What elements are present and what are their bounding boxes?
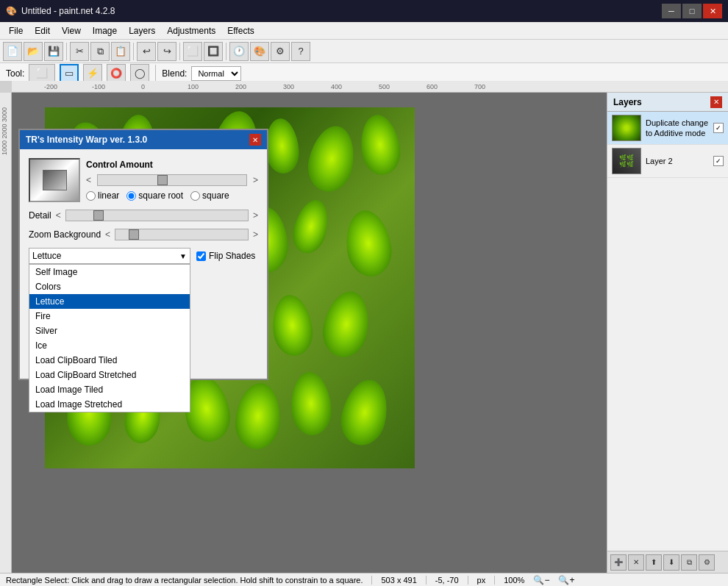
dropdown-opt-load-clipboard-stretched[interactable]: Load ClipBoard Stretched [29,368,190,382]
ruler-mark: 0 [141,83,145,90]
leaf-decoration [341,207,395,279]
radio-square-input[interactable] [190,191,200,201]
statusbar: Rectangle Select: Click and drag to draw… [0,573,728,586]
layer-1-checkbox[interactable]: ✓ [713,123,724,133]
control-amount-thumb[interactable] [157,175,168,185]
dialog-body: Control Amount < > linear square ro [20,149,267,379]
dropdown-opt-ice[interactable]: Ice [29,338,190,353]
status-coords: -5, -70 [435,576,459,585]
layer-item-1[interactable]: Duplicate change to Additive mode ✓ [607,112,728,145]
dropdown-opt-load-image-stretched[interactable]: Load Image Stretched [29,397,190,412]
radio-linear-input[interactable] [86,191,96,201]
copy-button[interactable]: ⧉ [90,42,110,61]
layers-down-button[interactable]: ⬇ [663,554,679,571]
leaf-decoration [288,196,334,257]
status-sep1 [371,576,372,585]
layer-2-checkbox[interactable]: ✓ [713,156,724,166]
layer-item-2[interactable]: 🌿🌿🌿🌿 Layer 2 ✓ [607,145,728,178]
app-icon: 🎨 [6,6,17,16]
leaf-decoration [303,122,360,196]
maximize-button[interactable]: □ [682,4,702,18]
color-button[interactable]: 🎨 [250,42,269,61]
warp-mode-radio-group: linear square root square [86,190,258,201]
magic-wand-tool[interactable]: ⚡ [83,64,102,83]
detail-thumb[interactable] [93,210,104,221]
dropdown-opt-fire[interactable]: Fire [29,309,190,324]
tool-selector[interactable]: ⬜ [29,64,55,83]
leaf-decoration [232,381,283,451]
menu-image[interactable]: Image [87,24,123,37]
dialog-close-button[interactable]: ✕ [249,134,261,146]
help-button[interactable]: ? [291,42,310,61]
control-right-arrow[interactable]: > [253,175,258,185]
layers-toolbar: ➕ ✕ ⬆ ⬇ ⧉ ⚙ [607,551,728,573]
menu-layers[interactable]: Layers [123,24,161,37]
radio-square-root-label: square root [138,190,183,201]
radio-square-root-input[interactable] [126,191,136,201]
select-all-button[interactable]: ⬜ [183,42,202,61]
zoom-right-arrow[interactable]: > [253,229,258,240]
zoom-bg-thumb[interactable] [129,229,139,240]
radio-square[interactable]: square [190,190,229,201]
save-button[interactable]: 💾 [44,42,63,61]
detail-right-arrow[interactable]: > [253,210,258,221]
dropdown-opt-colors[interactable]: Colors [29,279,190,294]
dropdown-opt-lettuce[interactable]: Lettuce [29,294,190,309]
zoom-left-arrow[interactable]: < [105,229,110,240]
flip-shades-checkbox[interactable]: Flip Shades [196,251,255,261]
ellipse-tool[interactable]: ◯ [130,64,149,83]
menu-view[interactable]: View [56,24,87,37]
undo-button[interactable]: ↩ [137,42,156,61]
menu-effects[interactable]: Effects [221,24,260,37]
ruler-mark: 700 [474,83,485,90]
toolbar: 📄 📂 💾 ✂ ⧉ 📋 ↩ ↪ ⬜ 🔲 🕐 🎨 ⚙ ? [0,40,728,63]
dropdown-opt-self-image[interactable]: Self Image [29,265,190,279]
zoom-bg-label: Zoom Background [29,229,101,240]
control-amount-slider[interactable] [97,174,247,186]
minimize-button[interactable]: ─ [662,4,681,18]
layers-up-button[interactable]: ⬆ [646,554,662,571]
open-button[interactable]: 📂 [24,42,43,61]
radio-square-root[interactable]: square root [126,190,183,201]
zoom-out-button[interactable]: 🔍− [533,575,549,585]
flip-shades-input[interactable] [196,251,206,261]
cut-button[interactable]: ✂ [70,42,89,61]
blend-mode-label: Blend: [162,68,187,79]
layers-add-button[interactable]: ➕ [610,554,627,571]
dropdown-opt-silver[interactable]: Silver [29,324,190,338]
detail-left-arrow[interactable]: < [56,210,61,221]
paste-button[interactable]: 📋 [111,42,130,61]
history-button[interactable]: 🕐 [229,42,249,61]
dropdown-opt-load-image-tiled[interactable]: Load Image Tiled [29,382,190,397]
ruler-mark: -200 [44,83,57,90]
rect-select-tool[interactable]: ▭ [60,64,79,83]
radio-linear[interactable]: linear [86,190,119,201]
layers-properties-button[interactable]: ⚙ [699,554,715,571]
detail-slider[interactable] [65,210,249,221]
tool-label: Tool: [6,68,24,79]
background-source-dropdown[interactable]: Lettuce ▼ [29,248,190,264]
blend-mode-select[interactable]: Normal Multiply Screen [191,66,241,81]
menu-adjustments[interactable]: Adjustments [161,24,221,37]
zoom-in-button[interactable]: 🔍+ [558,575,574,585]
layers-duplicate-button[interactable]: ⧉ [681,554,697,571]
redo-button[interactable]: ↪ [157,42,176,61]
menu-file[interactable]: File [3,24,29,37]
ruler-mark: 100 [188,83,199,90]
lasso-tool[interactable]: ⭕ [107,64,126,83]
control-left-arrow[interactable]: < [86,175,91,185]
app-close-button[interactable]: ✕ [703,4,722,18]
deselect-button[interactable]: 🔲 [204,42,223,61]
zoom-bg-slider[interactable] [115,229,249,240]
toolbar-sep1 [66,43,67,60]
zoom-level: 100% [504,576,524,585]
toolbar-sep2 [133,43,134,60]
detail-row: Detail < > [29,210,258,221]
dropdown-opt-load-clipboard-tiled[interactable]: Load ClipBoard Tiled [29,353,190,368]
menu-edit[interactable]: Edit [29,24,56,37]
layers-close-button[interactable]: ✕ [710,96,722,108]
ruler-mark: -100 [92,83,105,90]
layers-delete-button[interactable]: ✕ [628,554,644,571]
settings-button[interactable]: ⚙ [271,42,290,61]
new-button[interactable]: 📄 [3,42,22,61]
